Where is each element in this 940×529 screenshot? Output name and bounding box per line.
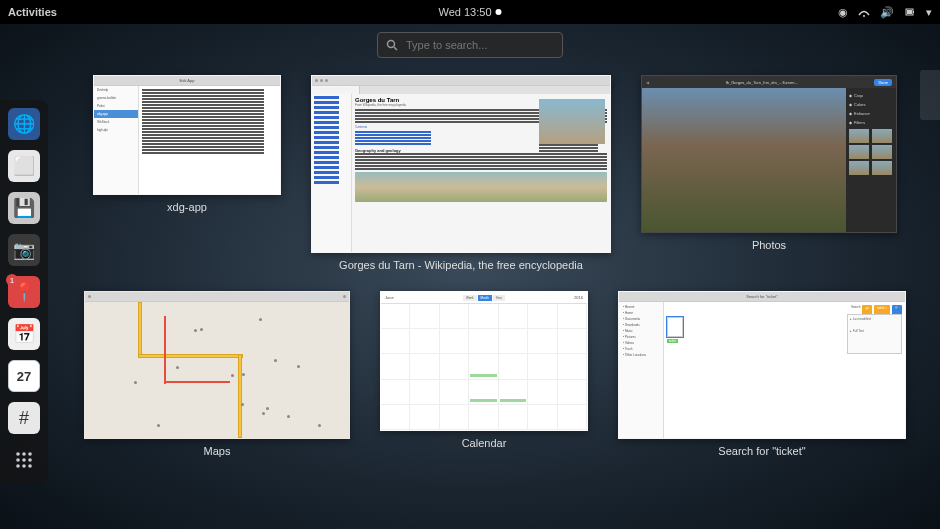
- window-files[interactable]: Search for "ticket" • Recent• Home• Docu…: [618, 291, 906, 457]
- search-icon: [386, 39, 398, 51]
- svg-line-5: [394, 47, 397, 50]
- svg-point-4: [388, 41, 395, 48]
- volume-icon[interactable]: 🔊: [880, 6, 894, 19]
- svg-point-9: [16, 458, 20, 462]
- dash-maps[interactable]: 📍1: [8, 276, 40, 308]
- accessibility-icon[interactable]: ◉: [838, 6, 848, 19]
- activities-button[interactable]: Activities: [8, 6, 57, 18]
- window-maps[interactable]: Maps: [84, 291, 350, 457]
- dash: 🌐⬜💾📷📍1📅27#: [0, 100, 48, 484]
- svg-point-7: [22, 452, 26, 456]
- svg-point-10: [22, 458, 26, 462]
- dash-camera[interactable]: 📷: [8, 234, 40, 266]
- window-xdg[interactable]: Edit App Devhelpgnome-builderPolari xdg-…: [93, 75, 281, 271]
- svg-rect-3: [907, 10, 912, 14]
- dash-calendar[interactable]: 📅: [8, 318, 40, 350]
- dash-web-browser[interactable]: 🌐: [8, 108, 40, 140]
- svg-point-8: [28, 452, 32, 456]
- svg-point-13: [22, 464, 26, 468]
- window-thumbnail[interactable]: ◀fb_Gorges_du_Tarn_frm_dm_...flumen...Do…: [641, 75, 897, 233]
- show-applications-icon[interactable]: [8, 444, 40, 476]
- battery-icon[interactable]: [904, 6, 916, 18]
- badge: 1: [6, 274, 18, 286]
- svg-point-6: [16, 452, 20, 456]
- clock[interactable]: Wed 13:50: [438, 6, 501, 18]
- window-label: xdg-app: [167, 201, 207, 213]
- window-overview: Edit App Devhelpgnome-builderPolari xdg-…: [60, 75, 930, 519]
- window-thumbnail[interactable]: Edit App Devhelpgnome-builderPolari xdg-…: [93, 75, 281, 195]
- window-thumbnail[interactable]: Gorges du Tarn - Wikipedia... Gorges du …: [311, 75, 611, 253]
- window-label: Calendar: [462, 437, 507, 449]
- window-wiki[interactable]: Gorges du Tarn - Wikipedia... Gorges du …: [311, 75, 611, 271]
- window-label: Search for "ticket": [718, 445, 805, 457]
- svg-point-0: [863, 15, 865, 17]
- window-label: Photos: [752, 239, 786, 251]
- svg-point-14: [28, 464, 32, 468]
- window-calendar[interactable]: June WeekMonthYear 2016Calendar: [380, 291, 588, 457]
- dash-terminal[interactable]: #: [8, 402, 40, 434]
- window-thumbnail[interactable]: June WeekMonthYear 2016: [380, 291, 588, 431]
- dash-software[interactable]: ⬜: [8, 150, 40, 182]
- dash-calendar-date[interactable]: 27: [8, 360, 40, 392]
- window-thumbnail[interactable]: Search for "ticket" • Recent• Home• Docu…: [618, 291, 906, 439]
- svg-point-11: [28, 458, 32, 462]
- search-input[interactable]: [406, 39, 554, 51]
- window-photos[interactable]: ◀fb_Gorges_du_Tarn_frm_dm_...flumen...Do…: [641, 75, 897, 271]
- network-icon[interactable]: [858, 6, 870, 18]
- dash-disks[interactable]: 💾: [8, 192, 40, 224]
- window-label: Maps: [204, 445, 231, 457]
- system-menu-chevron-icon[interactable]: ▾: [926, 6, 932, 19]
- window-label: Gorges du Tarn - Wikipedia, the free enc…: [339, 259, 583, 271]
- overview-search[interactable]: [377, 32, 563, 58]
- notification-dot: [496, 9, 502, 15]
- window-thumbnail[interactable]: [84, 291, 350, 439]
- svg-point-12: [16, 464, 20, 468]
- clock-text: Wed 13:50: [438, 6, 491, 18]
- svg-rect-2: [913, 11, 914, 13]
